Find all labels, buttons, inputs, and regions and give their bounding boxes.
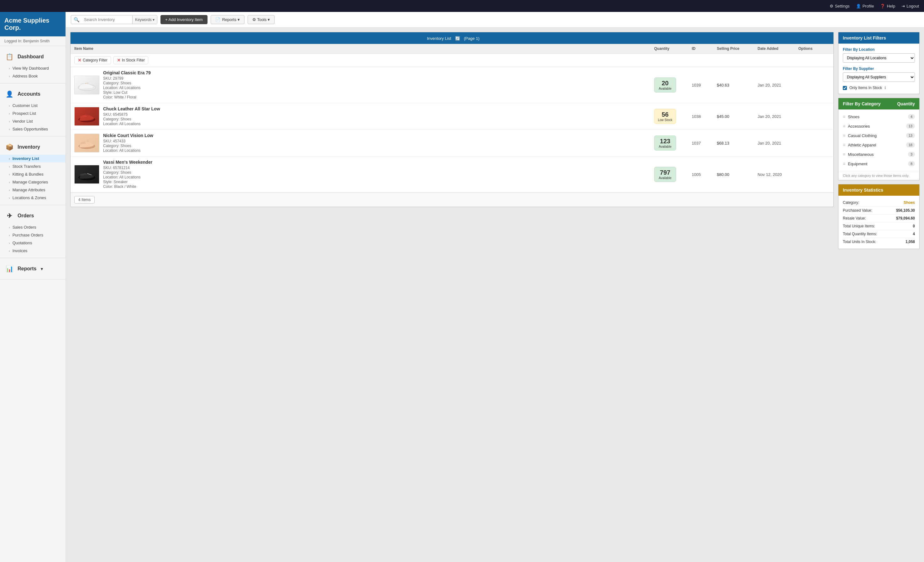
col-id: ID — [692, 47, 717, 51]
remove-stock-filter-icon[interactable]: ✕ — [117, 58, 121, 63]
item-price-2: $45.00 — [717, 114, 758, 119]
item-id-2: 1038 — [692, 114, 717, 119]
reports-icon: 📊 — [4, 264, 14, 274]
stats-value-resale: $79,094.60 — [896, 216, 915, 221]
item-style-1: Style: Low Cut — [103, 90, 151, 95]
main-content: 🔍 Keywords ▾ + Add Inventory Item 📄 Repo… — [66, 12, 924, 562]
item-price-4: $80.00 — [717, 172, 758, 177]
chevron-right-icon: › — [9, 112, 10, 116]
category-filter-tag[interactable]: ✕ Category Filter — [74, 56, 111, 64]
only-in-stock-checkbox[interactable] — [843, 86, 847, 90]
category-item-athletic-apparel[interactable]: ≡ Athletic Apparel 18 — [838, 140, 919, 150]
item-image-2 — [74, 107, 99, 126]
reports-button[interactable]: 📄 Reports ▾ — [211, 15, 244, 24]
supplier-select[interactable]: Displaying All Suppliers — [843, 72, 915, 82]
sidebar-item-manage-attributes[interactable]: › Manage Attributes — [0, 186, 66, 194]
item-category-2: Category: Shoes — [103, 117, 160, 122]
info-icon: ℹ — [885, 86, 886, 90]
location-select[interactable]: Displaying All Locations — [843, 53, 915, 63]
dashboard-icon: 📋 — [4, 52, 14, 62]
filter-bar: ✕ Category Filter ✕ In Stock Filter — [70, 54, 833, 67]
sidebar-item-vendor-list[interactable]: › Vendor List — [0, 117, 66, 125]
sidebar-item-quotations[interactable]: › Quotations — [0, 239, 66, 247]
category-count-miscellaneous: 3 — [908, 152, 915, 157]
sidebar-item-kitting-bundles[interactable]: › Kitting & Bundles — [0, 170, 66, 178]
category-item-equipment[interactable]: ≡ Equipment 8 — [838, 159, 919, 168]
sidebar-item-address-book[interactable]: › Address Book — [0, 72, 66, 80]
sidebar-item-locations-zones[interactable]: › Locations & Zones — [0, 194, 66, 202]
accounts-icon: 👤 — [4, 89, 14, 99]
sidebar-item-label: Manage Categories — [12, 180, 48, 185]
sidebar-item-customer-list[interactable]: › Customer List — [0, 102, 66, 110]
qty-status-4: Available — [659, 176, 671, 180]
stats-row-category: Category: Shoes — [843, 199, 915, 207]
category-filter-title: Filter By Category — [843, 101, 881, 106]
item-details-2: Chuck Leather All Star Low SKU: 6545875 … — [103, 106, 160, 126]
qty-badge-2: 56 Low Stock — [654, 109, 676, 124]
sidebar-item-inventory-list[interactable]: › Inventory List — [0, 155, 66, 162]
svg-point-2 — [87, 83, 88, 84]
inventory-icon: 📦 — [4, 142, 14, 152]
sidebar-item-invoices[interactable]: › Invoices — [0, 247, 66, 255]
tools-button[interactable]: ⚙ Tools ▾ — [248, 15, 274, 24]
sidebar-item-purchase-orders[interactable]: › Purchase Orders — [0, 231, 66, 239]
category-item-miscellaneous[interactable]: ≡ Miscellaneous 3 — [838, 150, 919, 159]
content-area: Inventory List 🔄 (Page 1) Item Name Quan… — [66, 28, 924, 562]
table-row: Vassi Men's Weekender SKU: 65781214 Cate… — [70, 156, 833, 192]
reports-dropdown-icon: ▾ — [41, 267, 43, 271]
sidebar-section-header-dashboard: 📋 Dashboard — [0, 49, 66, 64]
search-box: 🔍 Keywords ▾ — [71, 15, 158, 24]
item-info-3: Nickie Court Vision Low SKU: 457433 Cate… — [74, 133, 654, 153]
refresh-icon[interactable]: 🔄 — [455, 36, 460, 41]
col-date-added: Date Added — [758, 47, 798, 51]
sidebar-item-label: Invoices — [12, 248, 28, 253]
item-image-3 — [74, 134, 99, 152]
in-stock-filter-tag[interactable]: ✕ In Stock Filter — [114, 56, 148, 64]
help-nav-item[interactable]: ❓ Help — [880, 4, 895, 9]
sidebar-section-header-orders: ✈ Orders — [0, 208, 66, 223]
logout-nav-item[interactable]: ⇥ Logout — [902, 4, 919, 9]
remove-category-filter-icon[interactable]: ✕ — [78, 58, 81, 63]
inventory-header: Inventory List 🔄 (Page 1) — [70, 32, 833, 44]
sidebar-section-header-reports[interactable]: 📊 Reports ▾ — [0, 261, 66, 276]
sidebar-item-my-dashboard[interactable]: › View My Dashboard — [0, 64, 66, 72]
item-category-1: Category: Shoes — [103, 81, 151, 85]
table-row: Original Classic Era 79 SKU: 29799 Categ… — [70, 67, 833, 103]
category-item-accessories[interactable]: ≡ Accessories 13 — [838, 122, 919, 131]
item-date-2: Jan 20, 2021 — [758, 114, 798, 119]
chevron-right-icon: › — [9, 188, 10, 192]
category-count-casual-clothing: 13 — [906, 133, 915, 138]
item-id-1: 1039 — [692, 83, 717, 87]
sidebar-item-sales-orders[interactable]: › Sales Orders — [0, 223, 66, 231]
stats-row-resale-value: Resale Value: $79,094.60 — [843, 215, 915, 222]
sidebar-item-prospect-list[interactable]: › Prospect List — [0, 110, 66, 117]
sidebar-item-manage-categories[interactable]: › Manage Categories — [0, 178, 66, 186]
item-location-4: Location: All Locations — [103, 175, 152, 179]
qty-status-3: Available — [659, 145, 671, 148]
sidebar-item-label: Kitting & Bundles — [12, 172, 44, 177]
only-in-stock-label: Only Items In Stock — [849, 86, 882, 90]
settings-nav-item[interactable]: ⚙ Settings — [830, 4, 850, 9]
sidebar-item-stock-transfers[interactable]: › Stock Transfers — [0, 162, 66, 170]
chevron-right-icon: › — [9, 173, 10, 176]
category-count-athletic-apparel: 18 — [906, 143, 915, 147]
sidebar-item-label: Sales Orders — [12, 225, 36, 230]
category-item-shoes[interactable]: ≡ Shoes 4 — [838, 112, 919, 122]
item-id-3: 1037 — [692, 141, 717, 146]
sidebar-item-sales-opportunities[interactable]: › Sales Opportunities — [0, 125, 66, 133]
chevron-right-icon: › — [9, 157, 10, 161]
chevron-right-icon: › — [9, 165, 10, 168]
item-location-1: Location: All Locations — [103, 86, 151, 90]
sidebar-item-label: Quotations — [12, 240, 32, 245]
chevron-right-icon: › — [9, 249, 10, 253]
category-item-casual-clothing[interactable]: ≡ Casual Clothing 13 — [838, 131, 919, 140]
col-item-name: Item Name — [74, 47, 654, 51]
qty-value-2: 56 — [662, 111, 669, 118]
items-count-button[interactable]: 4 Items — [74, 196, 94, 204]
item-style-4: Style: Sneaker — [103, 180, 152, 184]
search-input[interactable] — [82, 15, 132, 24]
keywords-dropdown[interactable]: Keywords ▾ — [132, 16, 157, 24]
item-name-1: Original Classic Era 79 — [103, 70, 151, 75]
add-inventory-button[interactable]: + Add Inventory Item — [160, 15, 207, 24]
profile-nav-item[interactable]: 👤 Profile — [856, 4, 874, 9]
